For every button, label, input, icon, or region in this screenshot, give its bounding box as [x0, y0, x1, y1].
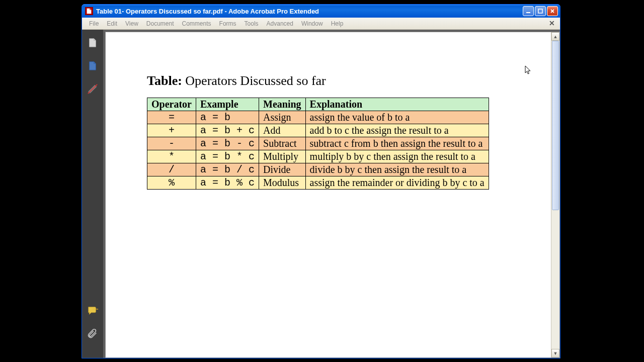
scroll-down-arrow-icon[interactable]: ▼ [551, 349, 559, 357]
window-buttons [523, 6, 558, 16]
work-area: Table: Operators Discussed so far Operat… [82, 30, 560, 358]
menu-advanced[interactable]: Advanced [263, 19, 297, 28]
app-window: Table 01- Operators Discussed so far.pdf… [82, 4, 560, 358]
window-title: Table 01- Operators Discussed so far.pdf… [96, 8, 523, 15]
table-row: - a = b - c Subtract subtract c from b t… [147, 137, 489, 150]
document-close-icon[interactable]: ✕ [547, 19, 557, 27]
comments-panel-icon[interactable] [87, 305, 99, 317]
menu-file[interactable]: File [85, 19, 103, 28]
svg-rect-2 [538, 9, 542, 13]
title-rest: Operators Discussed so far [182, 73, 326, 88]
pages-panel-icon[interactable] [87, 37, 99, 49]
menu-document[interactable]: Document [142, 19, 178, 28]
menu-comments[interactable]: Comments [178, 19, 215, 28]
table-row: = a = b Assign assign the value of b to … [147, 111, 489, 124]
scroll-thumb[interactable] [552, 41, 559, 210]
table-row: % a = b % c Modulus assign the remainder… [147, 176, 489, 190]
title-prefix: Table: [147, 73, 182, 88]
operators-table: Operator Example Meaning Explanation = a… [147, 98, 489, 190]
pdf-page: Table: Operators Discussed so far Operat… [106, 32, 551, 357]
menu-window[interactable]: Window [297, 19, 327, 28]
signatures-panel-icon[interactable] [87, 83, 99, 95]
pdf-app-icon [85, 7, 93, 15]
close-button[interactable] [547, 6, 558, 16]
bookmarks-panel-icon[interactable] [87, 60, 99, 72]
title-bar: Table 01- Operators Discussed so far.pdf… [82, 5, 560, 18]
menu-view[interactable]: View [121, 19, 142, 28]
page-title: Table: Operators Discussed so far [147, 73, 521, 88]
scroll-up-arrow-icon[interactable]: ▲ [551, 32, 559, 41]
table-header-row: Operator Example Meaning Explanation [147, 98, 489, 111]
menu-tools[interactable]: Tools [240, 19, 263, 28]
scroll-track[interactable] [551, 41, 559, 349]
document-view: Table: Operators Discussed so far Operat… [105, 32, 560, 358]
col-example: Example [196, 98, 259, 111]
table-row: / a = b / c Divide divide b by c then as… [147, 163, 489, 176]
menu-forms[interactable]: Forms [215, 19, 240, 28]
col-explanation: Explanation [305, 98, 489, 111]
table-row: * a = b * c Multiply multiply b by c the… [147, 150, 489, 163]
col-operator: Operator [147, 98, 196, 111]
nav-sidebar [82, 30, 103, 358]
menu-edit[interactable]: Edit [103, 19, 121, 28]
menu-help[interactable]: Help [327, 19, 348, 28]
attachments-panel-icon[interactable] [87, 328, 99, 340]
vertical-scrollbar[interactable]: ▲ ▼ [551, 32, 559, 357]
maximize-button[interactable] [535, 6, 546, 16]
svg-rect-1 [526, 12, 530, 13]
minimize-button[interactable] [523, 6, 534, 16]
svg-line-3 [88, 84, 97, 94]
col-meaning: Meaning [259, 98, 306, 111]
menu-bar: File Edit View Document Comments Forms T… [82, 18, 560, 30]
table-row: + a = b + c Add add b to c the assign th… [147, 124, 489, 137]
